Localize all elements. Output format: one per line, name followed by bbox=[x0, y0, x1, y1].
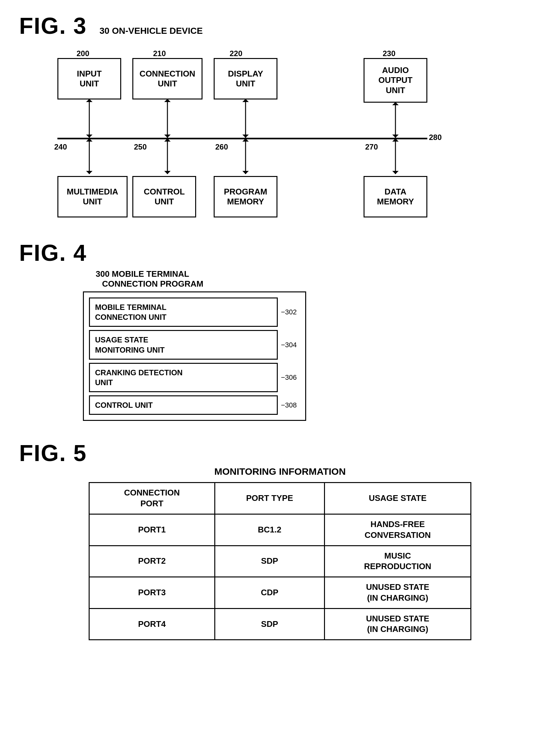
port2-state: MUSICREPRODUCTION bbox=[324, 545, 471, 577]
ref-280: 280 bbox=[429, 133, 442, 142]
ref-210: 210 bbox=[153, 49, 166, 58]
svg-marker-2 bbox=[86, 135, 92, 138]
usage-state-monitoring-unit-box: USAGE STATEMONITORING UNIT bbox=[89, 330, 278, 359]
cranking-detection-unit-box: CRANKING DETECTIONUNIT bbox=[89, 363, 278, 392]
table-row: PORT1 BC1.2 HANDS-FREECONVERSATION bbox=[89, 514, 471, 545]
multimedia-unit-box: MULTIMEDIAUNIT bbox=[57, 176, 127, 217]
input-unit-box: INPUTUNIT bbox=[57, 58, 121, 99]
svg-marker-22 bbox=[392, 138, 399, 142]
ref-250: 250 bbox=[134, 142, 147, 151]
display-unit-box: DISPLAYUNIT bbox=[214, 58, 277, 99]
ref-304: −304 bbox=[281, 341, 300, 349]
data-memory-box: DATAMEMORY bbox=[364, 176, 427, 217]
table-row: PORT3 CDP UNUSED STATE(IN CHARGING) bbox=[89, 577, 471, 609]
arrow-data-memory bbox=[391, 138, 400, 177]
col-port-type: PORT TYPE bbox=[215, 483, 324, 514]
port4-type: SDP bbox=[215, 608, 324, 640]
ref-260: 260 bbox=[215, 142, 228, 151]
control-unit-308-box: CONTROL UNIT bbox=[89, 395, 278, 415]
port4-port: PORT4 bbox=[89, 608, 215, 640]
svg-marker-10 bbox=[392, 102, 399, 105]
port1-state: HANDS-FREECONVERSATION bbox=[324, 514, 471, 545]
port3-port: PORT3 bbox=[89, 577, 215, 609]
fig5-container: MONITORING INFORMATION CONNECTIONPORT PO… bbox=[89, 466, 471, 640]
fig5-table: CONNECTIONPORT PORT TYPE USAGE STATE POR… bbox=[89, 482, 471, 640]
port1-port: PORT1 bbox=[89, 514, 215, 545]
svg-marker-13 bbox=[86, 138, 92, 142]
svg-marker-17 bbox=[164, 171, 171, 174]
fig3-device-label: 30 ON-VEHICLE DEVICE bbox=[99, 26, 203, 36]
svg-marker-7 bbox=[242, 99, 249, 102]
fig4-row-306: CRANKING DETECTIONUNIT −306 bbox=[89, 363, 300, 392]
svg-marker-23 bbox=[392, 171, 399, 174]
ref-220: 220 bbox=[230, 49, 242, 58]
fig4-outer-box: MOBILE TERMINALCONNECTION UNIT −302 USAG… bbox=[83, 291, 306, 421]
arrow-program-memory bbox=[241, 138, 250, 177]
fig4-row-304: USAGE STATEMONITORING UNIT −304 bbox=[89, 330, 300, 359]
table-row: PORT4 SDP UNUSED STATE(IN CHARGING) bbox=[89, 608, 471, 640]
port2-type: SDP bbox=[215, 545, 324, 577]
fig3-label: FIG. 3 bbox=[19, 13, 87, 39]
arrow-display-unit bbox=[241, 99, 250, 140]
arrow-control-unit bbox=[163, 138, 172, 177]
fig3-section: FIG. 3 30 ON-VEHICLE DEVICE 200 210 220 … bbox=[19, 13, 541, 220]
svg-marker-16 bbox=[164, 138, 171, 142]
control-unit-box: CONTROLUNIT bbox=[132, 176, 196, 217]
ref-240: 240 bbox=[54, 142, 67, 151]
ref-306: −306 bbox=[281, 373, 300, 382]
connection-unit-box: CONNECTIONUNIT bbox=[132, 58, 203, 99]
svg-marker-20 bbox=[242, 171, 249, 174]
svg-marker-8 bbox=[242, 135, 249, 138]
mobile-terminal-connection-unit-box: MOBILE TERMINALCONNECTION UNIT bbox=[89, 298, 278, 327]
fig4-row-302: MOBILE TERMINALCONNECTION UNIT −302 bbox=[89, 298, 300, 327]
arrow-input-unit bbox=[85, 99, 94, 140]
arrow-connection-unit bbox=[163, 99, 172, 140]
arrow-audio-unit bbox=[391, 102, 400, 140]
fig5-section: FIG. 5 MONITORING INFORMATION CONNECTION… bbox=[19, 440, 541, 640]
col-usage-state: USAGE STATE bbox=[324, 483, 471, 514]
svg-marker-5 bbox=[164, 135, 171, 138]
ref-200: 200 bbox=[76, 49, 89, 58]
table-row: PORT2 SDP MUSICREPRODUCTION bbox=[89, 545, 471, 577]
ref-308: −308 bbox=[281, 401, 300, 410]
svg-marker-4 bbox=[164, 99, 171, 102]
col-connection-port: CONNECTIONPORT bbox=[89, 483, 215, 514]
fig5-subtitle: MONITORING INFORMATION bbox=[89, 466, 471, 477]
fig4-title: 300 MOBILE TERMINAL CONNECTION PROGRAM bbox=[96, 269, 306, 289]
fig4-label: FIG. 4 bbox=[19, 240, 87, 265]
arrow-multimedia-unit bbox=[85, 138, 94, 177]
ref-302: −302 bbox=[281, 308, 300, 316]
audio-output-unit-box: AUDIOOUTPUTUNIT bbox=[364, 58, 427, 103]
svg-marker-1 bbox=[86, 99, 92, 102]
svg-marker-14 bbox=[86, 171, 92, 174]
svg-marker-19 bbox=[242, 138, 249, 142]
table-header-row: CONNECTIONPORT PORT TYPE USAGE STATE bbox=[89, 483, 471, 514]
program-memory-box: PROGRAMMEMORY bbox=[214, 176, 277, 217]
port3-type: CDP bbox=[215, 577, 324, 609]
fig4-section: FIG. 4 300 MOBILE TERMINAL CONNECTION PR… bbox=[19, 240, 541, 421]
port2-port: PORT2 bbox=[89, 545, 215, 577]
ref-230: 230 bbox=[383, 49, 395, 58]
port3-state: UNUSED STATE(IN CHARGING) bbox=[324, 577, 471, 609]
fig5-label: FIG. 5 bbox=[19, 440, 87, 466]
svg-marker-11 bbox=[392, 135, 399, 138]
port1-type: BC1.2 bbox=[215, 514, 324, 545]
fig4-row-308: CONTROL UNIT −308 bbox=[89, 395, 300, 415]
port4-state: UNUSED STATE(IN CHARGING) bbox=[324, 608, 471, 640]
ref-270: 270 bbox=[365, 142, 378, 151]
